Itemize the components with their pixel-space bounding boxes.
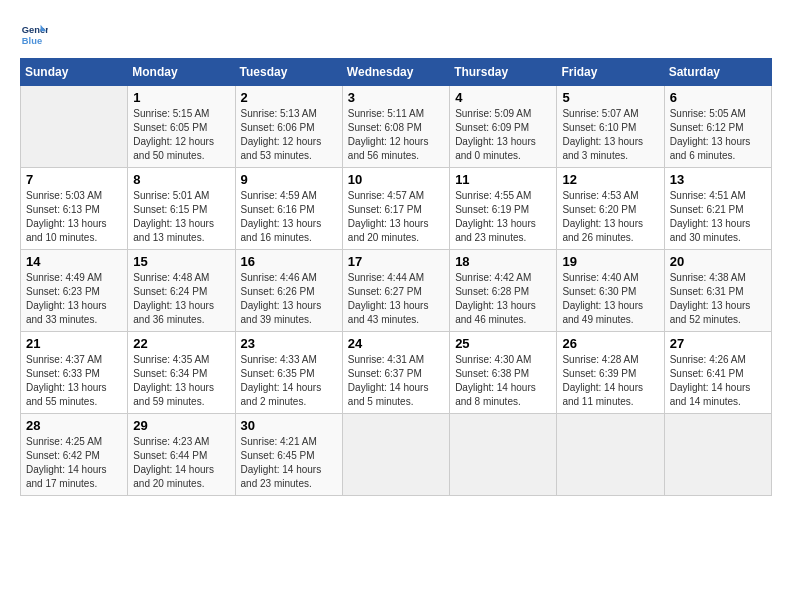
header-day-friday: Friday bbox=[557, 59, 664, 86]
calendar-cell: 20Sunrise: 4:38 AM Sunset: 6:31 PM Dayli… bbox=[664, 250, 771, 332]
day-info: Sunrise: 4:48 AM Sunset: 6:24 PM Dayligh… bbox=[133, 271, 229, 327]
calendar-cell: 16Sunrise: 4:46 AM Sunset: 6:26 PM Dayli… bbox=[235, 250, 342, 332]
day-number: 6 bbox=[670, 90, 766, 105]
calendar-cell bbox=[342, 414, 449, 496]
day-number: 20 bbox=[670, 254, 766, 269]
day-number: 5 bbox=[562, 90, 658, 105]
calendar-cell: 21Sunrise: 4:37 AM Sunset: 6:33 PM Dayli… bbox=[21, 332, 128, 414]
calendar-cell: 6Sunrise: 5:05 AM Sunset: 6:12 PM Daylig… bbox=[664, 86, 771, 168]
day-info: Sunrise: 4:33 AM Sunset: 6:35 PM Dayligh… bbox=[241, 353, 337, 409]
calendar-cell: 28Sunrise: 4:25 AM Sunset: 6:42 PM Dayli… bbox=[21, 414, 128, 496]
day-info: Sunrise: 4:37 AM Sunset: 6:33 PM Dayligh… bbox=[26, 353, 122, 409]
day-number: 4 bbox=[455, 90, 551, 105]
day-info: Sunrise: 4:59 AM Sunset: 6:16 PM Dayligh… bbox=[241, 189, 337, 245]
header-day-tuesday: Tuesday bbox=[235, 59, 342, 86]
calendar-cell: 19Sunrise: 4:40 AM Sunset: 6:30 PM Dayli… bbox=[557, 250, 664, 332]
week-row-0: 1Sunrise: 5:15 AM Sunset: 6:05 PM Daylig… bbox=[21, 86, 772, 168]
day-number: 24 bbox=[348, 336, 444, 351]
calendar-cell bbox=[557, 414, 664, 496]
day-info: Sunrise: 5:01 AM Sunset: 6:15 PM Dayligh… bbox=[133, 189, 229, 245]
calendar-header: SundayMondayTuesdayWednesdayThursdayFrid… bbox=[21, 59, 772, 86]
calendar-cell: 11Sunrise: 4:55 AM Sunset: 6:19 PM Dayli… bbox=[450, 168, 557, 250]
calendar-cell: 10Sunrise: 4:57 AM Sunset: 6:17 PM Dayli… bbox=[342, 168, 449, 250]
day-info: Sunrise: 4:28 AM Sunset: 6:39 PM Dayligh… bbox=[562, 353, 658, 409]
day-number: 28 bbox=[26, 418, 122, 433]
day-info: Sunrise: 4:25 AM Sunset: 6:42 PM Dayligh… bbox=[26, 435, 122, 491]
header-day-saturday: Saturday bbox=[664, 59, 771, 86]
calendar-cell: 25Sunrise: 4:30 AM Sunset: 6:38 PM Dayli… bbox=[450, 332, 557, 414]
calendar-cell: 3Sunrise: 5:11 AM Sunset: 6:08 PM Daylig… bbox=[342, 86, 449, 168]
day-number: 27 bbox=[670, 336, 766, 351]
calendar-cell: 22Sunrise: 4:35 AM Sunset: 6:34 PM Dayli… bbox=[128, 332, 235, 414]
day-number: 2 bbox=[241, 90, 337, 105]
logo-icon: General Blue bbox=[20, 20, 48, 48]
day-number: 15 bbox=[133, 254, 229, 269]
header-day-sunday: Sunday bbox=[21, 59, 128, 86]
day-info: Sunrise: 4:38 AM Sunset: 6:31 PM Dayligh… bbox=[670, 271, 766, 327]
week-row-1: 7Sunrise: 5:03 AM Sunset: 6:13 PM Daylig… bbox=[21, 168, 772, 250]
calendar-cell: 30Sunrise: 4:21 AM Sunset: 6:45 PM Dayli… bbox=[235, 414, 342, 496]
day-number: 7 bbox=[26, 172, 122, 187]
calendar-cell: 13Sunrise: 4:51 AM Sunset: 6:21 PM Dayli… bbox=[664, 168, 771, 250]
calendar-cell: 9Sunrise: 4:59 AM Sunset: 6:16 PM Daylig… bbox=[235, 168, 342, 250]
calendar-cell: 14Sunrise: 4:49 AM Sunset: 6:23 PM Dayli… bbox=[21, 250, 128, 332]
day-info: Sunrise: 4:44 AM Sunset: 6:27 PM Dayligh… bbox=[348, 271, 444, 327]
calendar-cell: 23Sunrise: 4:33 AM Sunset: 6:35 PM Dayli… bbox=[235, 332, 342, 414]
calendar-table: SundayMondayTuesdayWednesdayThursdayFrid… bbox=[20, 58, 772, 496]
day-info: Sunrise: 5:09 AM Sunset: 6:09 PM Dayligh… bbox=[455, 107, 551, 163]
logo: General Blue bbox=[20, 20, 52, 48]
day-info: Sunrise: 5:03 AM Sunset: 6:13 PM Dayligh… bbox=[26, 189, 122, 245]
header-day-wednesday: Wednesday bbox=[342, 59, 449, 86]
svg-text:Blue: Blue bbox=[22, 36, 42, 46]
calendar-body: 1Sunrise: 5:15 AM Sunset: 6:05 PM Daylig… bbox=[21, 86, 772, 496]
calendar-cell: 7Sunrise: 5:03 AM Sunset: 6:13 PM Daylig… bbox=[21, 168, 128, 250]
day-number: 1 bbox=[133, 90, 229, 105]
day-number: 8 bbox=[133, 172, 229, 187]
day-number: 30 bbox=[241, 418, 337, 433]
calendar-cell: 12Sunrise: 4:53 AM Sunset: 6:20 PM Dayli… bbox=[557, 168, 664, 250]
day-number: 9 bbox=[241, 172, 337, 187]
day-info: Sunrise: 5:05 AM Sunset: 6:12 PM Dayligh… bbox=[670, 107, 766, 163]
day-number: 26 bbox=[562, 336, 658, 351]
day-info: Sunrise: 4:40 AM Sunset: 6:30 PM Dayligh… bbox=[562, 271, 658, 327]
day-info: Sunrise: 4:26 AM Sunset: 6:41 PM Dayligh… bbox=[670, 353, 766, 409]
day-number: 16 bbox=[241, 254, 337, 269]
day-info: Sunrise: 4:57 AM Sunset: 6:17 PM Dayligh… bbox=[348, 189, 444, 245]
day-number: 12 bbox=[562, 172, 658, 187]
day-number: 21 bbox=[26, 336, 122, 351]
day-number: 18 bbox=[455, 254, 551, 269]
day-number: 25 bbox=[455, 336, 551, 351]
day-info: Sunrise: 5:11 AM Sunset: 6:08 PM Dayligh… bbox=[348, 107, 444, 163]
calendar-cell: 5Sunrise: 5:07 AM Sunset: 6:10 PM Daylig… bbox=[557, 86, 664, 168]
week-row-4: 28Sunrise: 4:25 AM Sunset: 6:42 PM Dayli… bbox=[21, 414, 772, 496]
calendar-cell: 29Sunrise: 4:23 AM Sunset: 6:44 PM Dayli… bbox=[128, 414, 235, 496]
day-number: 13 bbox=[670, 172, 766, 187]
day-number: 29 bbox=[133, 418, 229, 433]
calendar-cell bbox=[664, 414, 771, 496]
day-info: Sunrise: 4:30 AM Sunset: 6:38 PM Dayligh… bbox=[455, 353, 551, 409]
day-number: 10 bbox=[348, 172, 444, 187]
calendar-cell: 24Sunrise: 4:31 AM Sunset: 6:37 PM Dayli… bbox=[342, 332, 449, 414]
day-info: Sunrise: 4:35 AM Sunset: 6:34 PM Dayligh… bbox=[133, 353, 229, 409]
day-info: Sunrise: 4:31 AM Sunset: 6:37 PM Dayligh… bbox=[348, 353, 444, 409]
day-number: 17 bbox=[348, 254, 444, 269]
header-day-thursday: Thursday bbox=[450, 59, 557, 86]
day-number: 14 bbox=[26, 254, 122, 269]
day-info: Sunrise: 4:21 AM Sunset: 6:45 PM Dayligh… bbox=[241, 435, 337, 491]
week-row-3: 21Sunrise: 4:37 AM Sunset: 6:33 PM Dayli… bbox=[21, 332, 772, 414]
day-number: 19 bbox=[562, 254, 658, 269]
calendar-cell: 15Sunrise: 4:48 AM Sunset: 6:24 PM Dayli… bbox=[128, 250, 235, 332]
day-info: Sunrise: 4:51 AM Sunset: 6:21 PM Dayligh… bbox=[670, 189, 766, 245]
day-info: Sunrise: 4:46 AM Sunset: 6:26 PM Dayligh… bbox=[241, 271, 337, 327]
day-info: Sunrise: 4:53 AM Sunset: 6:20 PM Dayligh… bbox=[562, 189, 658, 245]
calendar-cell: 27Sunrise: 4:26 AM Sunset: 6:41 PM Dayli… bbox=[664, 332, 771, 414]
day-number: 23 bbox=[241, 336, 337, 351]
day-info: Sunrise: 4:55 AM Sunset: 6:19 PM Dayligh… bbox=[455, 189, 551, 245]
day-info: Sunrise: 5:15 AM Sunset: 6:05 PM Dayligh… bbox=[133, 107, 229, 163]
week-row-2: 14Sunrise: 4:49 AM Sunset: 6:23 PM Dayli… bbox=[21, 250, 772, 332]
calendar-cell bbox=[21, 86, 128, 168]
day-number: 3 bbox=[348, 90, 444, 105]
day-info: Sunrise: 4:49 AM Sunset: 6:23 PM Dayligh… bbox=[26, 271, 122, 327]
page-header: General Blue bbox=[20, 20, 772, 48]
calendar-cell: 4Sunrise: 5:09 AM Sunset: 6:09 PM Daylig… bbox=[450, 86, 557, 168]
